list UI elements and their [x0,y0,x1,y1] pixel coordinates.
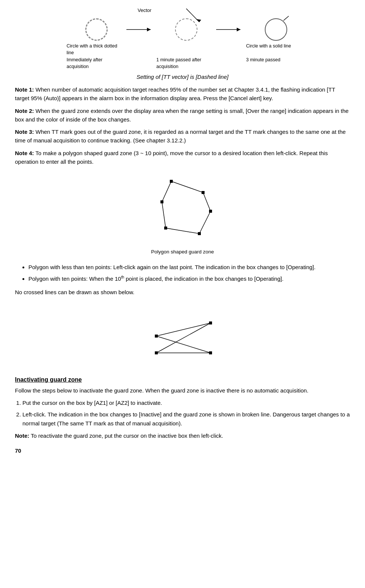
note1: Note 1: When number of automatic acquisi… [15,85,350,103]
polygon-handle-3 [209,210,212,213]
arrow2-icon [216,26,246,33]
circle-thick-dotted [85,18,108,41]
inactivating-step1: Put the cursor on the box by [AZ1] or [A… [22,398,350,407]
time2-label: 1 minute passed after acquisition [156,57,209,70]
cross-handle-3 [155,351,158,354]
note4: Note 4: To make a polygon shaped guard z… [15,149,350,166]
polygon-diagram-section: Polygon shaped guard zone [15,172,350,261]
time1-label: Immediately after acquisition [67,57,119,70]
diagram-caption: Setting of [TT vector] is [Dashed line] [15,74,350,80]
bullet2-prefix: Polygon with ten points: When the 10 [28,275,121,282]
no-cross-text: No crossed lines can be drawn as shown b… [15,288,350,296]
inactivating-step2: Left-click. The indication in the box ch… [22,410,350,428]
cross-handle-4 [209,351,212,354]
arrow2-container [212,26,250,33]
note3-bold: Note 3: [15,129,34,135]
svg-marker-3 [147,28,151,31]
note1-text: When number of automatic acquisition tar… [15,86,335,101]
vector-label: Vector [138,7,151,13]
svg-line-6 [283,16,289,21]
note2: Note 2: When the guard zone extends over… [15,107,350,124]
polygon-handle-2 [202,191,205,194]
circle1-container [70,18,123,41]
arrow1-container [123,26,160,33]
bullet-list: Polygon with less than ten points: Left-… [28,263,350,283]
circle1-label: Circle with a thick dotted line [67,43,119,56]
svg-marker-5 [237,28,240,31]
note2-bold: Note 2: [15,108,34,114]
svg-line-11 [156,336,211,353]
polygon-handle-6 [160,200,163,203]
inactivating-note-text: To reactivate the guard zone, put the cu… [29,432,223,439]
bullet-item-2: Polygon with ten points: When the 10th p… [28,274,350,283]
polygon-handle-1 [170,180,173,183]
polygon-handle-5 [164,227,167,230]
circle3-container [250,18,302,41]
note4-text: To make a polygon shaped guard zone (3 ~… [15,150,328,165]
inactivating-heading: Inactivating guard zone [15,376,350,383]
note3: Note 3: When TT mark goes out of the gua… [15,127,350,145]
arrow1-icon [126,26,156,33]
vector-arrow-icon [182,8,205,27]
svg-marker-7 [162,181,211,234]
bullet2-suffix: point is placed, the indication in the b… [124,275,283,282]
inactivating-intro: Follow the steps below to inactivate the… [15,386,350,395]
page-number: 70 [15,447,350,454]
note1-bold: Note 1: [15,86,34,93]
note3-text: When TT mark goes out of the guard zone,… [15,129,346,144]
inactivating-note-bold: Note: [15,432,29,439]
bullet2-sup: th [121,275,124,279]
inactivating-note: Note: To reactivate the guard zone, put … [15,431,350,440]
inactivating-steps: Put the cursor on the box by [AZ1] or [A… [22,398,350,428]
cross-handle-1 [155,335,158,338]
svg-line-8 [156,323,211,336]
cross-handle-2 [209,321,212,324]
note2-text: When the guard zone extends over the dis… [15,108,349,123]
tick-mark-icon [283,15,290,23]
note4-bold: Note 4: [15,150,34,156]
svg-line-9 [156,323,211,353]
crossed-lines-diagram-section [15,302,350,370]
polygon-diagram [134,172,231,247]
time3-label: 3 minute passed [246,57,298,64]
polygon-caption: Polygon shaped guard zone [151,249,214,255]
bullet-item-1: Polygon with less than ten points: Left-… [28,263,350,271]
crossed-lines-diagram [141,302,224,370]
polygon-handle-4 [198,232,201,235]
circle3-label: Circle with a solid line [246,43,298,50]
diagram-section: Vector [15,7,350,70]
